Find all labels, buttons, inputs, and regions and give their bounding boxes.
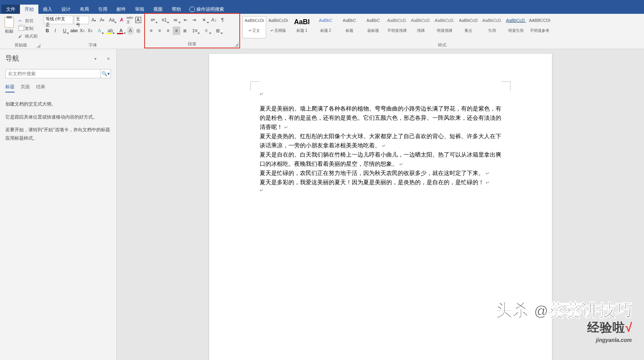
subscript-button[interactable]: X2: [79, 26, 86, 35]
tab-help[interactable]: 帮助: [167, 5, 186, 14]
text-effect-button[interactable]: A: [94, 26, 104, 35]
char-border-button[interactable]: A: [134, 16, 142, 24]
scissors-icon: [18, 18, 24, 23]
style-item[interactable]: AaBl标题 1: [290, 16, 314, 38]
tell-me-search[interactable]: 操作说明搜索: [189, 6, 224, 13]
nav-close-button[interactable]: ✕: [106, 56, 111, 62]
nav-dropdown-button[interactable]: ▾: [94, 56, 97, 62]
style-item[interactable]: AaBbC标题: [338, 16, 361, 38]
font-name-select[interactable]: 等线 (中文正: [44, 16, 73, 24]
group-styles: AaBbCcDi↵ 正文AaBbCcDi↵ 无间隔AaBl标题 1AaBbC标题…: [240, 14, 644, 49]
styles-group-label: 样式: [240, 42, 644, 48]
style-item[interactable]: AaBbC标题 2: [314, 16, 338, 38]
numbering-button[interactable]: ≡1: [159, 16, 170, 24]
grow-font-button[interactable]: A▴: [90, 16, 97, 24]
justify-button[interactable]: ≡: [173, 26, 180, 35]
line-spacing-button[interactable]: ‡≡: [189, 26, 200, 35]
tab-layout[interactable]: 布局: [75, 5, 94, 14]
watermark-brand: 经验啦√: [587, 319, 632, 336]
font-size-select[interactable]: 五号: [74, 16, 89, 24]
style-item[interactable]: AaBbCcD.强调: [409, 16, 433, 38]
style-item[interactable]: AaBbCcD.不明显强调: [385, 16, 409, 38]
align-center-button[interactable]: ≡: [156, 26, 163, 35]
style-item[interactable]: AaBbCcDi↵ 无间隔: [266, 16, 290, 38]
clear-format-button[interactable]: A̸: [118, 16, 125, 24]
group-clipboard: 粘贴 剪切 复制 格式刷 剪贴板: [0, 14, 41, 49]
nav-title: 导航: [5, 54, 19, 63]
paste-icon: [5, 17, 14, 28]
watermark-author: 头杀 @葵葵讲技巧: [496, 299, 632, 322]
corner-marker: [250, 81, 260, 91]
clipboard-group-label: 剪贴板: [0, 42, 41, 48]
tab-home[interactable]: 开始: [20, 5, 38, 14]
font-color-button[interactable]: A: [116, 26, 126, 35]
paste-label: 粘贴: [2, 28, 16, 34]
tab-file[interactable]: 文件: [2, 5, 20, 14]
borders-button[interactable]: ⊞: [212, 26, 223, 35]
increase-indent-button[interactable]: ⇥: [190, 16, 198, 24]
multilevel-button[interactable]: ⩸: [170, 16, 181, 24]
nav-search: 🔍▾: [5, 69, 111, 78]
clipboard-launcher[interactable]: [36, 44, 40, 48]
cut-button[interactable]: 剪切: [18, 17, 38, 25]
group-font: 等线 (中文正 五号 A▴ A▾ Aa A̸ wén文 A B I U abc …: [41, 14, 144, 49]
tell-me-label: 操作说明搜索: [196, 6, 224, 13]
show-marks-button[interactable]: ¶: [219, 16, 226, 24]
navigation-pane: 导航 ▾ ✕ 🔍▾ 标题 页面 结果 创建文档的交互式大纲。 它是跟踪具体位置或…: [0, 49, 117, 360]
decrease-indent-button[interactable]: ⇤: [182, 16, 189, 24]
paragraph-group-label: 段落: [145, 41, 239, 47]
format-painter-button[interactable]: 格式刷: [18, 32, 38, 40]
tab-mailings[interactable]: 邮件: [112, 5, 130, 14]
shrink-font-button[interactable]: A▾: [98, 16, 106, 24]
tab-design[interactable]: 设计: [57, 5, 75, 14]
style-item[interactable]: AaBbCcD要点: [456, 16, 480, 38]
copy-icon: [18, 26, 24, 31]
asian-layout-button[interactable]: ✕: [199, 16, 209, 24]
shading-button[interactable]: ◊: [201, 26, 212, 35]
tab-review[interactable]: 审阅: [130, 5, 149, 14]
bulb-icon: [189, 7, 195, 12]
distribute-button[interactable]: ≣: [181, 26, 189, 35]
bold-button[interactable]: B: [44, 26, 51, 35]
tab-view[interactable]: 视图: [149, 5, 167, 14]
underline-button[interactable]: U: [59, 26, 69, 35]
italic-button[interactable]: I: [52, 26, 59, 35]
group-paragraph: ≡• ≡1 ⩸ ⇤ ⇥ ✕ A↓ ¶ ≡ ≡ ≡ ≡ ≣ ‡≡ ◊ ⊞ 段落: [144, 13, 240, 48]
tab-references[interactable]: 引用: [94, 5, 112, 14]
style-item[interactable]: AaBbCcD.引用: [480, 16, 504, 38]
style-item[interactable]: AaBbCcD.明显强调: [433, 16, 456, 38]
style-item[interactable]: AaBbCcDi↵ 正文: [242, 16, 266, 38]
brush-icon: [18, 34, 24, 38]
change-case-button[interactable]: Aa: [107, 16, 117, 24]
style-item[interactable]: AaBbC副标题: [361, 16, 385, 38]
document-body[interactable]: ↵ 夏天是美丽的。墙上爬满了各种各样的植物。弯弯曲曲的小路旁边长满了野花，有的是…: [260, 91, 501, 194]
corner-marker: [501, 81, 511, 91]
align-right-button[interactable]: ≡: [164, 26, 172, 35]
strike-button[interactable]: abc: [70, 26, 77, 35]
nav-tab-results[interactable]: 结果: [36, 84, 45, 92]
ribbon: 粘贴 剪切 复制 格式刷 剪贴板 等线 (中文正 五号 A▴ A▾ Aa A̸ …: [0, 14, 644, 49]
watermark-url: jingyanla.com: [596, 337, 632, 343]
nav-info: 创建文档的交互式大纲。 它是跟踪具体位置或快速移动内容的好方式。 若要开始，请转…: [5, 100, 111, 142]
superscript-button[interactable]: X2: [87, 26, 94, 35]
paste-button[interactable]: 粘贴: [2, 15, 16, 34]
nav-tab-headings[interactable]: 标题: [5, 84, 15, 92]
bullets-button[interactable]: ≡•: [147, 16, 158, 24]
copy-button[interactable]: 复制: [18, 25, 38, 32]
highlight-button[interactable]: ab: [105, 26, 115, 35]
style-item[interactable]: AaBbCcD.明显引用: [504, 16, 528, 38]
font-group-label: 字体: [41, 42, 144, 48]
sort-button[interactable]: A↓: [210, 16, 218, 24]
style-item[interactable]: AABBCCDI不明显参考: [528, 16, 552, 38]
paragraph-mark: ↵: [260, 91, 501, 98]
paragraph-launcher[interactable]: [234, 43, 238, 46]
search-input[interactable]: [6, 69, 100, 78]
search-button[interactable]: 🔍▾: [100, 69, 110, 78]
tab-insert[interactable]: 插入: [38, 5, 57, 14]
enclose-char-button[interactable]: ㊩: [135, 26, 142, 35]
nav-tab-pages[interactable]: 页面: [21, 84, 30, 92]
phonetic-button[interactable]: wén文: [126, 16, 134, 24]
char-shading-button[interactable]: A: [127, 26, 134, 35]
align-left-button[interactable]: ≡: [147, 26, 155, 35]
menu-bar: 文件 开始 插入 设计 布局 引用 邮件 审阅 视图 帮助 操作说明搜索: [0, 5, 644, 14]
